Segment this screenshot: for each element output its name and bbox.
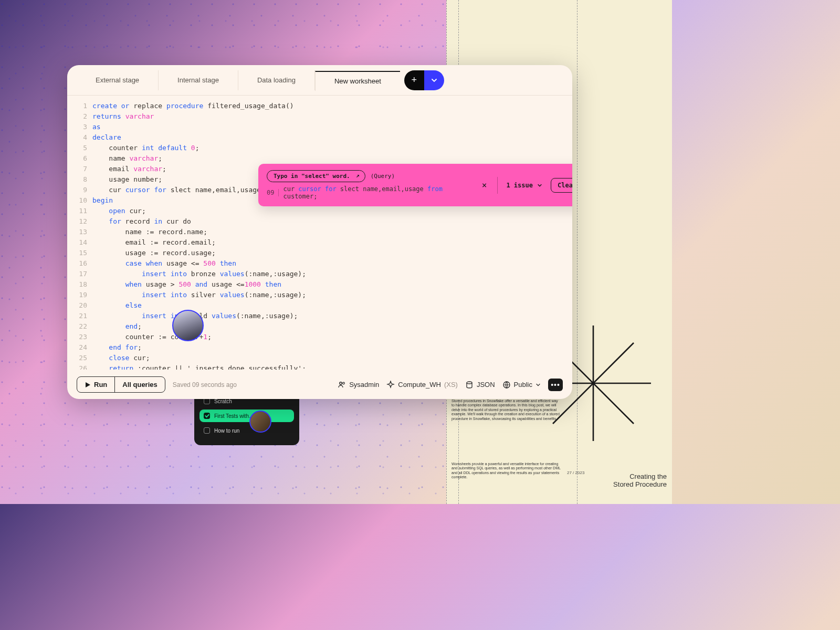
tab-external-stage[interactable]: External stage bbox=[77, 70, 159, 90]
divider bbox=[497, 177, 498, 194]
svg-point-6 bbox=[467, 382, 472, 384]
plus-icon: + bbox=[412, 75, 417, 86]
background-paragraph: Worksheets provide a powerful and versat… bbox=[452, 462, 562, 480]
saved-status: Saved 09 seconds ago bbox=[173, 381, 237, 388]
tab-data-loading[interactable]: Data loading bbox=[238, 70, 315, 90]
chevron-down-icon bbox=[537, 183, 542, 188]
collaborator-avatar[interactable] bbox=[172, 310, 204, 341]
warehouse-selector[interactable]: Compute_WH (XS) bbox=[386, 381, 458, 389]
run-button[interactable]: Run bbox=[77, 377, 115, 392]
svg-point-5 bbox=[343, 382, 345, 384]
tab-internal-stage[interactable]: Internal stage bbox=[159, 70, 238, 90]
add-tab-button[interactable]: + bbox=[404, 70, 424, 90]
play-icon bbox=[85, 382, 91, 388]
issue-banner: Typo in "select" word.(Query)09cur curso… bbox=[258, 164, 572, 206]
visibility-selector[interactable]: Public bbox=[502, 381, 541, 389]
user-avatar bbox=[249, 411, 271, 433]
code-content[interactable]: create or replace procedure filtered_usa… bbox=[92, 101, 572, 370]
checkbox-icon[interactable] bbox=[204, 413, 210, 419]
globe-icon bbox=[502, 381, 511, 389]
tab-bar: External stage Internal stage Data loadi… bbox=[67, 65, 572, 96]
close-issue-button[interactable]: × bbox=[480, 180, 489, 190]
more-button[interactable]: ••• bbox=[548, 379, 563, 391]
issue-tag: (Query) bbox=[371, 173, 395, 180]
sparkle-icon bbox=[386, 381, 395, 389]
background-side-title: Creating the Stored Procedure bbox=[613, 472, 667, 488]
issue-message-pill[interactable]: Typo in "select" word. bbox=[267, 170, 365, 182]
code-editor[interactable]: 1234567891011121314151617181920212223242… bbox=[67, 96, 572, 370]
task-row[interactable]: First Tests with… bbox=[200, 410, 294, 422]
worksheet-window: External stage Internal stage Data loadi… bbox=[67, 65, 572, 399]
checkbox-icon[interactable] bbox=[204, 427, 210, 434]
issue-code-snippet: 09cur cursor for slect name,email,usage … bbox=[267, 185, 471, 200]
database-icon bbox=[465, 381, 474, 389]
users-icon bbox=[338, 381, 346, 389]
svg-point-4 bbox=[340, 382, 342, 384]
chevron-down-icon bbox=[431, 77, 437, 83]
chevron-down-icon bbox=[536, 382, 541, 387]
editor-footer: Run All queries Saved 09 seconds ago Sys… bbox=[67, 370, 572, 399]
task-row[interactable]: How to run bbox=[200, 424, 294, 437]
background-date: 27 / 2023 bbox=[567, 470, 584, 475]
format-selector[interactable]: JSON bbox=[465, 381, 495, 389]
tab-dropdown-button[interactable] bbox=[424, 70, 444, 90]
ellipsis-icon: ••• bbox=[551, 381, 560, 389]
issue-count-dropdown[interactable]: 1 issue bbox=[506, 182, 542, 189]
clear-all-button[interactable]: Clear all bbox=[551, 178, 572, 193]
role-selector[interactable]: Sysadmin bbox=[338, 381, 379, 389]
all-queries-button[interactable]: All queries bbox=[115, 377, 164, 392]
tab-new-worksheet[interactable]: New worksheet bbox=[315, 71, 400, 91]
line-gutter: 1234567891011121314151617181920212223242… bbox=[67, 101, 92, 370]
run-button-group: Run All queries bbox=[77, 376, 165, 393]
